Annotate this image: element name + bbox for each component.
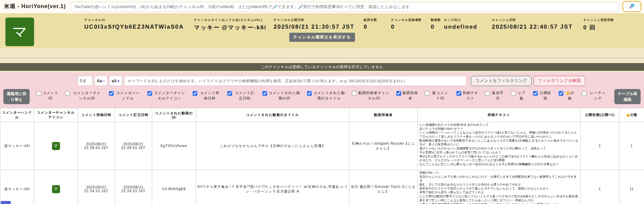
video-id-cell: V3-MI5r6gE8 — [152, 170, 196, 204]
channel-field-value: 0 — [391, 24, 422, 30]
column-toggle[interactable]: コメンターチャンネルアイコン — [147, 89, 186, 101]
column-toggle-label: 👍の数 — [565, 90, 576, 101]
threshold-input[interactable] — [78, 76, 92, 86]
column-toggle[interactable]: 動画投稿者チャンネルID — [352, 89, 390, 101]
column-toggle-label: 親コメントID — [431, 90, 450, 101]
column-checkbox[interactable] — [456, 91, 461, 96]
column-header: コメンターハンドル — [0, 108, 34, 122]
column-toggle[interactable]: 親コメントID — [425, 89, 450, 101]
video-title-cell: ※#ウチら家大集合！‼ 女子会!?恋バナ!?たこやきパーティー！ w/石神のぞみ… — [196, 170, 349, 204]
column-toggle[interactable]: 返信可否 — [485, 89, 504, 101]
column-checkbox[interactable] — [559, 91, 563, 96]
column-toggle-label: コメントID — [43, 90, 59, 101]
channel-avatar: マ — [5, 18, 34, 46]
column-checkbox[interactable] — [396, 91, 401, 96]
column-header: コメントされた動画のタイトル — [196, 108, 349, 122]
video-title-cell: これがプロセカちゃんですか【石神のぞみ／にじさんじ所属】 — [196, 122, 349, 170]
column-checkbox[interactable] — [147, 91, 152, 96]
channel-field-value: UC0I3xSfQYb6EZ3NATWiaS0A — [84, 24, 184, 30]
channel-field-label: チャンネル公開日時 — [274, 18, 355, 22]
minus-icon: − — [102, 78, 105, 84]
column-toggle-label: コメント訂正日時 — [233, 90, 256, 101]
comments-table: コメンターハンドルコメンターチャンネルアイコンコメント投稿日時コメント訂正日時コ… — [0, 108, 644, 204]
channel-search-input[interactable] — [71, 2, 619, 11]
channel-field-value: 0 — [431, 24, 441, 30]
font-smaller-label: Aa — [97, 79, 102, 83]
column-toggle[interactable]: 公開状態 — [533, 89, 552, 101]
commenter-avatar: マ — [52, 142, 60, 150]
column-toggle-label: コメントされた動画のタイトル — [313, 90, 345, 101]
channel-field: チャンネルタイトル マッキー — [194, 18, 225, 31]
edited-at-cell: 2025/08/21 22:24:23 JST — [115, 170, 152, 204]
keyword-filter-input[interactable] — [124, 76, 466, 86]
switch-report-mode-button[interactable]: 通報用に切り替え — [3, 89, 30, 104]
column-checkbox[interactable] — [109, 91, 114, 96]
column-toggle-label: コメンターハンドル — [115, 90, 141, 101]
column-checkbox[interactable] — [425, 91, 429, 96]
column-toggle[interactable]: コメンターチャンネルID — [65, 89, 102, 101]
filter-controls-row: Aa− aA+ コメントをフィルタリング フィルタリングを解除 — [3, 76, 641, 86]
channel-field-value: 0 回 — [583, 24, 614, 31]
column-toggle[interactable]: 投稿テキスト — [456, 89, 479, 101]
column-checkbox[interactable] — [227, 91, 232, 96]
font-larger-button[interactable]: aA+ — [109, 76, 122, 86]
like-count-cell: 11 — [619, 170, 644, 204]
column-checkbox[interactable] — [511, 91, 515, 96]
channel-field: ハンドル名(カスタムURL) @マッキー-k6i — [222, 18, 267, 31]
channel-field-label: チャンネルタイトル — [194, 18, 225, 22]
column-checkbox[interactable] — [533, 91, 538, 96]
top-bar: 米堀 - HoriYone(ver.1) — [0, 0, 644, 13]
like-count-cell: 1 — [619, 122, 644, 170]
column-toggle[interactable]: コメントされた動画のID — [262, 89, 300, 101]
plus-icon: + — [117, 78, 120, 84]
column-checkbox[interactable] — [193, 91, 197, 96]
column-checkbox[interactable] — [262, 91, 267, 96]
video-poster-cell: 弦月 藤士郎 / Genzuki Tojiro【にじさんじ】 — [349, 170, 418, 204]
video-poster-cell: 石神のぞみ / Ishigami Nozomi【にじさんじ】 — [349, 122, 418, 170]
clear-filter-button[interactable]: フィルタリングを解除 — [534, 76, 585, 86]
column-header: コメントされた動画のID — [152, 108, 196, 122]
column-header: コメンターチャンネルアイコン — [34, 108, 78, 122]
search-icon — [629, 3, 635, 10]
column-toggle[interactable]: コメンターハンドル — [109, 89, 141, 101]
channel-field: 動画数 0 — [431, 18, 441, 30]
public-state-cell: 1 — [581, 170, 619, 204]
column-toggle-label: コメンターチャンネルアイコン — [153, 90, 186, 101]
channel-field-value: undefined — [444, 24, 477, 30]
show-description-button[interactable]: チャンネル概要文を表示する — [289, 33, 355, 42]
column-toggle[interactable]: コメントID — [36, 89, 59, 101]
channel-field-value: マッキー — [194, 24, 225, 31]
apply-filter-button[interactable]: コメントをフィルタリング — [471, 76, 532, 86]
column-toggle[interactable]: 動画投稿者 — [396, 89, 418, 101]
column-toggle[interactable]: コメント訂正日時 — [227, 89, 256, 101]
channel-field: キャッシュ日時 2025/08/21 22:40:57 JST — [492, 18, 573, 30]
column-checkbox[interactable] — [65, 91, 70, 96]
redraw-table-button[interactable]: テーブル再描画 — [614, 89, 641, 104]
notice-bar: このチャンネルは登録しているチャンネルの取得を許可していません — [0, 63, 644, 71]
column-checkbox[interactable] — [352, 91, 357, 96]
column-header: コメント投稿日時 — [78, 108, 115, 122]
video-id-cell: EgTXOsVhzwo — [152, 122, 196, 170]
column-toggle-label: 投稿テキスト — [463, 90, 479, 101]
channel-field: キャッシュ更新回数 0 回 — [583, 18, 614, 31]
column-toggle[interactable]: レーティング — [582, 89, 608, 101]
column-toggle[interactable]: 👍の数 — [559, 89, 576, 101]
channel-field: キッズ向け undefined — [444, 18, 477, 30]
channel-field-value: 2025/08/21 22:40:57 JST — [492, 24, 573, 30]
column-header: 投稿テキスト — [418, 108, 581, 122]
column-checkbox[interactable] — [307, 91, 312, 96]
column-checkbox[interactable] — [582, 91, 587, 96]
posted-at-cell: 2025/08/21 22:28:53 JST — [78, 122, 115, 170]
column-toggle-label: 動画投稿者チャンネルID — [358, 90, 390, 101]
divider — [0, 58, 644, 58]
font-smaller-button[interactable]: Aa− — [94, 76, 107, 86]
column-toggle[interactable]: コメントされた動画のタイトル — [307, 89, 345, 101]
search-button[interactable] — [622, 1, 641, 12]
comment-text-cell: 同接1700って... 弦月からしたらこれでも多いのかもしれないけど、仕事忙しす… — [418, 170, 581, 204]
column-toggle[interactable]: リプ数 — [511, 89, 526, 101]
commenter-icon-cell: マ — [34, 170, 78, 204]
edited-at-cell: 2025/08/21 22:28:53 JST — [115, 122, 152, 170]
column-checkbox[interactable] — [36, 91, 41, 96]
column-toggle[interactable]: コメント投稿日時 — [193, 89, 221, 101]
column-checkbox[interactable] — [485, 91, 490, 96]
